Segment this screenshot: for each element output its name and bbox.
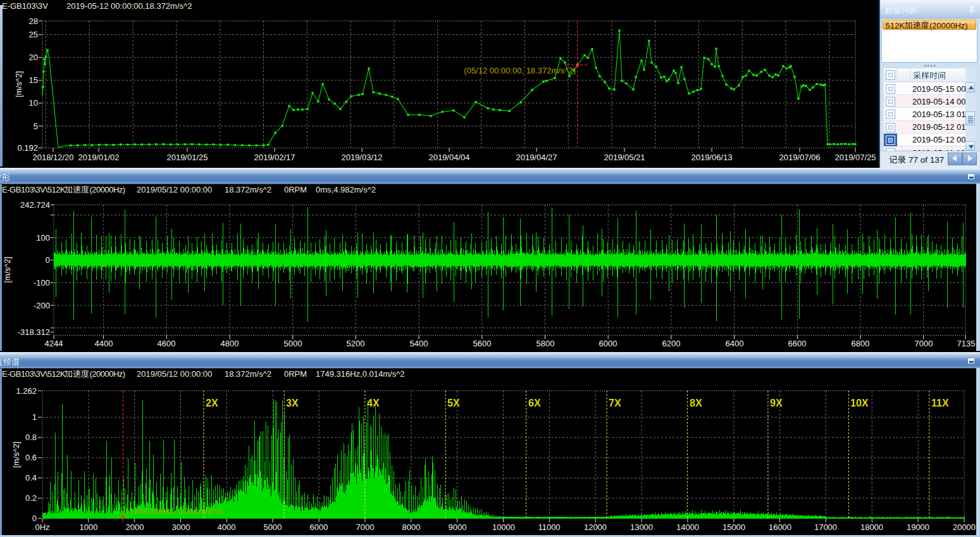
svg-text:0.8: 0.8: [25, 433, 37, 442]
svg-text:2000: 2000: [126, 522, 144, 532]
svg-text:8X: 8X: [690, 398, 702, 408]
svg-text:6400: 6400: [726, 339, 744, 348]
svg-text:6600: 6600: [788, 339, 807, 348]
svg-text:4800: 4800: [221, 339, 239, 348]
svg-text:0RPM: 0RPM: [284, 369, 307, 379]
svg-text:19000: 19000: [907, 522, 929, 532]
svg-text:2019/04/27: 2019/04/27: [516, 153, 557, 162]
svg-text:2018/12/20: 2018/12/20: [32, 153, 73, 162]
svg-text:5800: 5800: [537, 339, 555, 348]
svg-text:[m/s^2]: [m/s^2]: [14, 71, 23, 98]
svg-text:6000: 6000: [310, 522, 328, 532]
svg-text:2019/01/02: 2019/01/02: [78, 153, 119, 162]
svg-text:11000: 11000: [538, 522, 560, 532]
svg-text:9X: 9X: [770, 398, 783, 408]
svg-text:7000: 7000: [356, 522, 375, 532]
svg-text:14000: 14000: [676, 522, 699, 532]
svg-text:2019/01/25: 2019/01/25: [166, 153, 208, 162]
svg-text:20000: 20000: [953, 522, 976, 532]
svg-text:2019/07/25: 2019/07/25: [834, 153, 876, 162]
svg-text:17000: 17000: [814, 522, 837, 532]
svg-text:20: 20: [29, 53, 38, 62]
svg-text:(20000Hz): (20000Hz): [90, 369, 125, 379]
svg-text:242.724: 242.724: [20, 200, 50, 210]
svg-text:18.372m/s^2: 18.372m/s^2: [225, 185, 271, 194]
svg-text:(20000Hz): (20000Hz): [90, 185, 125, 194]
svg-text:1: 1: [32, 412, 37, 422]
svg-text:2X: 2X: [206, 398, 218, 408]
svg-text:-200: -200: [34, 301, 50, 310]
svg-text:0.192: 0.192: [17, 143, 38, 153]
svg-text:18.372m/s^2: 18.372m/s^2: [225, 369, 271, 379]
svg-text:0RPM: 0RPM: [284, 185, 307, 194]
svg-text:6200: 6200: [662, 339, 681, 348]
svg-text:2019/02/17: 2019/02/17: [254, 153, 295, 162]
svg-text:2019-05-12 00:00:00,18.372m/s^: 2019-05-12 00:00:00,18.372m/s^2: [66, 1, 192, 11]
svg-text:15: 15: [29, 75, 38, 85]
svg-text:12000: 12000: [584, 522, 607, 532]
svg-text:2019/06/13: 2019/06/13: [691, 153, 732, 162]
svg-text:4000: 4000: [218, 522, 236, 532]
svg-text:1000: 1000: [80, 522, 98, 532]
svg-text:0.2: 0.2: [25, 493, 37, 503]
svg-text:6X: 6X: [528, 398, 541, 408]
svg-text:E-GB103\3V\512K: E-GB103\3V\512K: [2, 185, 66, 194]
svg-text:3X: 3X: [286, 398, 299, 408]
svg-text:4600: 4600: [158, 339, 176, 348]
svg-text:0: 0: [46, 255, 50, 265]
svg-text:9000: 9000: [449, 522, 467, 532]
svg-text:10X: 10X: [850, 398, 869, 408]
svg-text:6000: 6000: [599, 339, 617, 348]
svg-text:4400: 4400: [95, 339, 113, 348]
svg-text:15000: 15000: [723, 522, 745, 532]
svg-text:E-GB103\3V: E-GB103\3V: [2, 1, 48, 11]
svg-text:5: 5: [34, 122, 38, 131]
svg-text:E-GB103\3V\512K: E-GB103\3V\512K: [2, 369, 66, 379]
svg-text:10: 10: [29, 98, 38, 108]
svg-text:7000: 7000: [915, 339, 933, 348]
svg-text:1749.316Hz,0.014m/s^2: 1749.316Hz,0.014m/s^2: [316, 369, 405, 379]
svg-text:2019/05/21: 2019/05/21: [604, 153, 645, 162]
svg-text:2019/03/12: 2019/03/12: [341, 153, 382, 162]
svg-text:100: 100: [36, 233, 50, 243]
svg-text:5X: 5X: [447, 398, 460, 408]
svg-text:25: 25: [29, 30, 38, 39]
svg-text:[m/s^2]: [m/s^2]: [11, 441, 21, 468]
svg-text:0: 0: [32, 514, 37, 523]
svg-text:-100: -100: [34, 278, 50, 287]
svg-text:0.4: 0.4: [25, 473, 37, 483]
svg-text:6800: 6800: [852, 339, 870, 348]
svg-text:13000: 13000: [630, 522, 653, 532]
svg-text:4244: 4244: [45, 339, 63, 348]
svg-text:2019/05/12 00:00:00: 2019/05/12 00:00:00: [137, 369, 212, 379]
svg-text:18000: 18000: [860, 522, 883, 532]
svg-text:0Hz: 0Hz: [35, 522, 49, 532]
svg-text:-318.312: -318.312: [18, 327, 50, 337]
svg-text:2019/04/04: 2019/04/04: [428, 153, 469, 162]
svg-text:8000: 8000: [402, 522, 421, 532]
svg-text:5000: 5000: [284, 339, 302, 348]
svg-text:(05/12 00:00:00, 18.372m/s^2): (05/12 00:00:00, 18.372m/s^2): [464, 66, 576, 75]
svg-text:77 of 137: 77 of 137: [909, 155, 944, 165]
svg-text:0ms,4.982m/s^2: 0ms,4.982m/s^2: [316, 185, 376, 194]
svg-text:3000: 3000: [172, 522, 190, 532]
svg-text:28: 28: [29, 16, 38, 26]
svg-text:5400: 5400: [410, 339, 428, 348]
svg-text:4X: 4X: [367, 398, 380, 408]
svg-text:5000: 5000: [264, 522, 282, 532]
svg-text:7135: 7135: [957, 339, 976, 348]
svg-text:7X: 7X: [609, 398, 621, 408]
svg-text:[m/s^2]: [m/s^2]: [3, 256, 12, 283]
svg-text:16000: 16000: [769, 522, 791, 532]
svg-text:(20000Hz): (20000Hz): [929, 21, 968, 30]
svg-text:2019/05/12 00:00:00: 2019/05/12 00:00:00: [137, 185, 212, 194]
svg-text:10000: 10000: [492, 522, 515, 532]
svg-text:5600: 5600: [473, 339, 492, 348]
svg-text:11X: 11X: [931, 398, 949, 408]
svg-text:2019/07/06: 2019/07/06: [779, 153, 820, 162]
svg-text:(1749.316Hz, 0.014m/s^2): (1749.316Hz, 0.014m/s^2): [126, 507, 223, 516]
svg-text:0.6: 0.6: [25, 453, 37, 462]
svg-text:512K: 512K: [886, 21, 905, 30]
svg-text:1.262: 1.262: [16, 386, 37, 396]
svg-text:5200: 5200: [347, 339, 365, 348]
